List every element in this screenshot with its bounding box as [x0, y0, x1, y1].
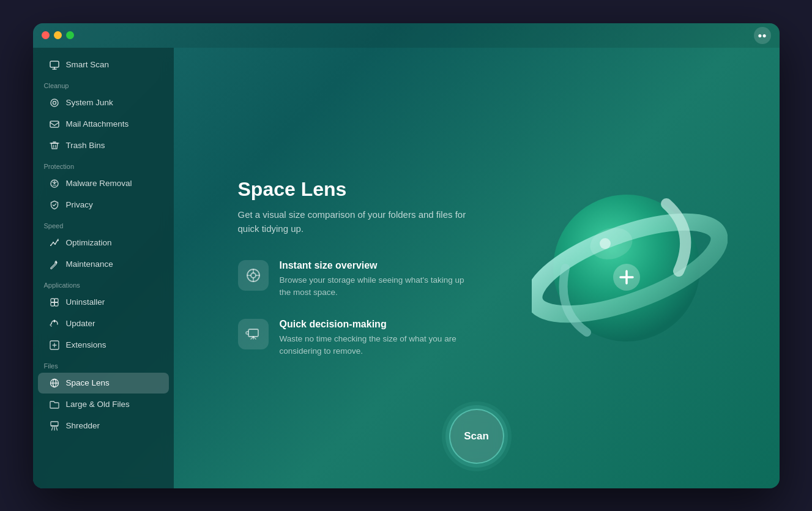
- svg-rect-11: [54, 299, 58, 302]
- extensions-icon: [49, 340, 60, 351]
- svg-rect-17: [51, 422, 58, 426]
- sidebar-space-lens-label: Space Lens: [66, 378, 110, 387]
- svg-rect-0: [50, 61, 59, 67]
- sidebar-item-updater[interactable]: Updater: [38, 313, 169, 334]
- svg-point-2: [53, 101, 56, 104]
- sidebar-uninstaller-label: Uninstaller: [66, 297, 105, 307]
- feature-instant-size-title: Instant size overview: [280, 260, 475, 271]
- sidebar-maintenance-label: Maintenance: [66, 259, 113, 269]
- sidebar-item-uninstaller[interactable]: Uninstaller: [38, 292, 169, 313]
- space-lens-icon: [49, 378, 60, 389]
- svg-point-5: [50, 245, 51, 246]
- scan-button[interactable]: Scan: [449, 409, 504, 464]
- shredder-icon: [49, 420, 60, 431]
- page-title: Space Lens: [238, 178, 347, 201]
- sidebar-updater-label: Updater: [66, 319, 95, 328]
- feature-quick-decision-text: Quick decision-making Waste no time chec…: [280, 319, 475, 358]
- maximize-button[interactable]: [66, 31, 74, 39]
- sidebar-malware-removal-label: Malware Removal: [66, 179, 132, 188]
- feature-quick-decision-desc: Waste no time checking the size of what …: [280, 333, 475, 358]
- settings-icon[interactable]: ●●: [754, 27, 771, 44]
- privacy-icon: [49, 200, 60, 211]
- malware-removal-icon: [49, 178, 60, 189]
- sidebar: Smart Scan Cleanup System Junk: [33, 48, 174, 488]
- close-button[interactable]: [42, 31, 50, 39]
- feature-instant-size: Instant size overview Browse your storag…: [238, 260, 475, 299]
- sidebar-item-trash-bins[interactable]: Trash Bins: [38, 135, 169, 156]
- maintenance-icon: [49, 259, 60, 270]
- section-label-speed: Speed: [33, 216, 174, 232]
- section-label-applications: Applications: [33, 275, 174, 291]
- section-label-files: Files: [33, 356, 174, 372]
- space-lens-illustration: [532, 170, 728, 366]
- uninstaller-icon: [49, 297, 60, 308]
- traffic-lights: [42, 31, 74, 39]
- sidebar-item-smart-scan[interactable]: Smart Scan: [38, 54, 169, 75]
- svg-point-9: [55, 261, 57, 263]
- svg-point-1: [51, 99, 58, 106]
- title-bar: ●●: [33, 23, 780, 48]
- sidebar-smart-scan-label: Smart Scan: [66, 60, 110, 69]
- section-label-cleanup: Cleanup: [33, 76, 174, 92]
- sidebar-privacy-label: Privacy: [66, 200, 93, 209]
- sidebar-item-extensions[interactable]: Extensions: [38, 335, 169, 356]
- feature-quick-decision: Quick decision-making Waste no time chec…: [238, 319, 475, 358]
- app-window: ●● Smart Scan Cleanup: [33, 23, 780, 488]
- sidebar-system-junk-label: System Junk: [66, 98, 113, 107]
- page-subtitle: Get a visual size comparison of your fol…: [238, 208, 471, 236]
- main-content: Space Lens Get a visual size comparison …: [174, 48, 780, 488]
- sidebar-extensions-label: Extensions: [66, 340, 106, 349]
- feature-quick-decision-title: Quick decision-making: [280, 319, 475, 330]
- sidebar-item-privacy[interactable]: Privacy: [38, 195, 169, 215]
- svg-rect-13: [54, 302, 58, 306]
- feature-instant-size-text: Instant size overview Browse your storag…: [280, 260, 475, 299]
- svg-point-24: [600, 238, 611, 249]
- feature-quick-decision-icon: [238, 319, 269, 349]
- large-old-files-icon: [49, 399, 60, 410]
- sidebar-item-optimization[interactable]: Optimization: [38, 233, 169, 253]
- system-junk-icon: [49, 97, 60, 108]
- sidebar-large-old-files-label: Large & Old Files: [66, 400, 130, 409]
- sidebar-item-space-lens[interactable]: Space Lens: [38, 373, 169, 394]
- updater-icon: [49, 318, 60, 329]
- app-body: Smart Scan Cleanup System Junk: [33, 48, 780, 488]
- sidebar-mail-attachments-label: Mail Attachments: [66, 119, 129, 129]
- optimization-icon: [49, 237, 60, 248]
- sidebar-item-shredder[interactable]: Shredder: [38, 416, 169, 436]
- section-label-protection: Protection: [33, 157, 174, 173]
- sidebar-item-large-old-files[interactable]: Large & Old Files: [38, 394, 169, 415]
- svg-rect-12: [51, 302, 54, 306]
- trash-bins-icon: [49, 140, 60, 151]
- svg-point-19: [251, 273, 256, 278]
- svg-point-6: [53, 242, 54, 243]
- smart-scan-icon: [49, 59, 60, 70]
- features-list: Instant size overview Browse your storag…: [238, 260, 475, 357]
- sidebar-optimization-label: Optimization: [66, 238, 112, 247]
- content-layout: Space Lens Get a visual size comparison …: [238, 178, 715, 357]
- feature-instant-size-desc: Browse your storage while seeing what's …: [280, 274, 475, 299]
- svg-point-8: [58, 240, 59, 241]
- sidebar-item-malware-removal[interactable]: Malware Removal: [38, 173, 169, 194]
- svg-rect-10: [51, 299, 54, 302]
- sidebar-trash-bins-label: Trash Bins: [66, 141, 105, 150]
- feature-instant-size-icon: [238, 260, 269, 291]
- scan-button-container: Scan: [449, 409, 504, 464]
- svg-point-7: [54, 244, 56, 245]
- sidebar-item-mail-attachments[interactable]: Mail Attachments: [38, 114, 169, 135]
- sidebar-item-maintenance[interactable]: Maintenance: [38, 254, 169, 275]
- sidebar-item-system-junk[interactable]: System Junk: [38, 92, 169, 113]
- mail-attachments-icon: [49, 119, 60, 130]
- sidebar-shredder-label: Shredder: [66, 421, 100, 430]
- svg-rect-3: [50, 121, 59, 127]
- minimize-button[interactable]: [54, 31, 62, 39]
